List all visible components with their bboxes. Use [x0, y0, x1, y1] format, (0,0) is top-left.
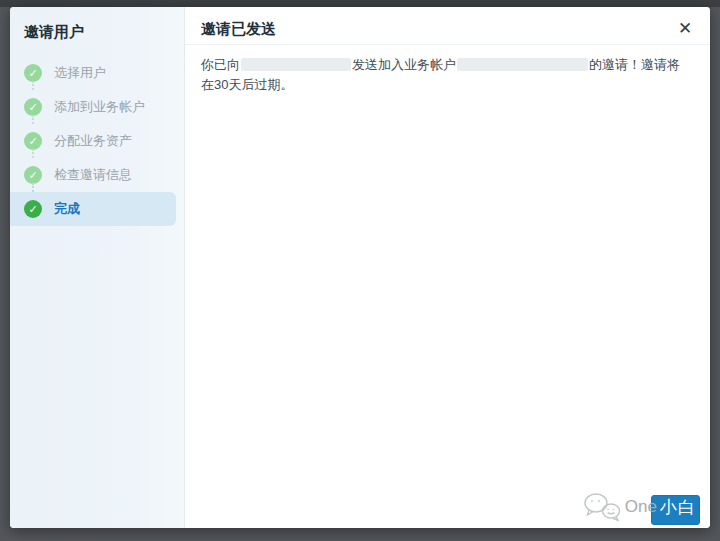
check-icon: ✓	[24, 132, 42, 150]
page-title: 邀请已发送	[201, 20, 276, 37]
step-label: 添加到业务帐户	[54, 98, 145, 116]
wizard-steps: ✓ 选择用户 ✓ 添加到业务帐户 ✓ 分配业务资产 ✓ 检查邀请信息 ✓ 完成	[10, 56, 184, 226]
check-icon: ✓	[24, 166, 42, 184]
step-add-to-business-account[interactable]: ✓ 添加到业务帐户	[10, 90, 184, 124]
dialog-main-panel: 邀请已发送 ✕ 你已向发送加入业务帐户的邀请！邀请将在30天后过期。 One 小…	[185, 7, 710, 528]
message-line2: 在30天后过期。	[201, 75, 684, 95]
message-segment: 发送加入业务帐户	[352, 57, 456, 72]
step-label: 选择用户	[54, 64, 106, 82]
done-button[interactable]	[651, 495, 700, 525]
dialog-header: 邀请已发送 ✕	[185, 7, 710, 45]
step-assign-business-assets[interactable]: ✓ 分配业务资产	[10, 124, 184, 158]
check-icon: ✓	[24, 98, 42, 116]
wechat-icon	[582, 491, 622, 523]
check-icon: ✓	[24, 64, 42, 82]
step-complete[interactable]: ✓ 完成	[10, 192, 176, 226]
window-chrome-strip	[0, 0, 720, 7]
step-select-user[interactable]: ✓ 选择用户	[10, 56, 184, 90]
message-segment: 的邀请！邀请将	[589, 57, 680, 72]
close-icon[interactable]: ✕	[674, 17, 696, 39]
redacted-user-name	[241, 58, 351, 71]
step-review-invite-info[interactable]: ✓ 检查邀请信息	[10, 158, 184, 192]
invite-user-dialog: 邀请用户 ✓ 选择用户 ✓ 添加到业务帐户 ✓ 分配业务资产 ✓ 检查邀请信息 …	[10, 7, 710, 528]
dialog-title: 邀请用户	[10, 20, 184, 44]
check-icon: ✓	[24, 200, 42, 218]
redacted-account-name	[457, 58, 588, 71]
message-segment: 你已向	[201, 57, 240, 72]
step-label: 分配业务资产	[54, 132, 132, 150]
step-label: 检查邀请信息	[54, 166, 132, 184]
step-label: 完成	[54, 200, 80, 218]
wizard-sidebar: 邀请用户 ✓ 选择用户 ✓ 添加到业务帐户 ✓ 分配业务资产 ✓ 检查邀请信息 …	[10, 7, 185, 528]
invite-sent-message: 你已向发送加入业务帐户的邀请！邀请将在30天后过期。	[185, 45, 700, 95]
